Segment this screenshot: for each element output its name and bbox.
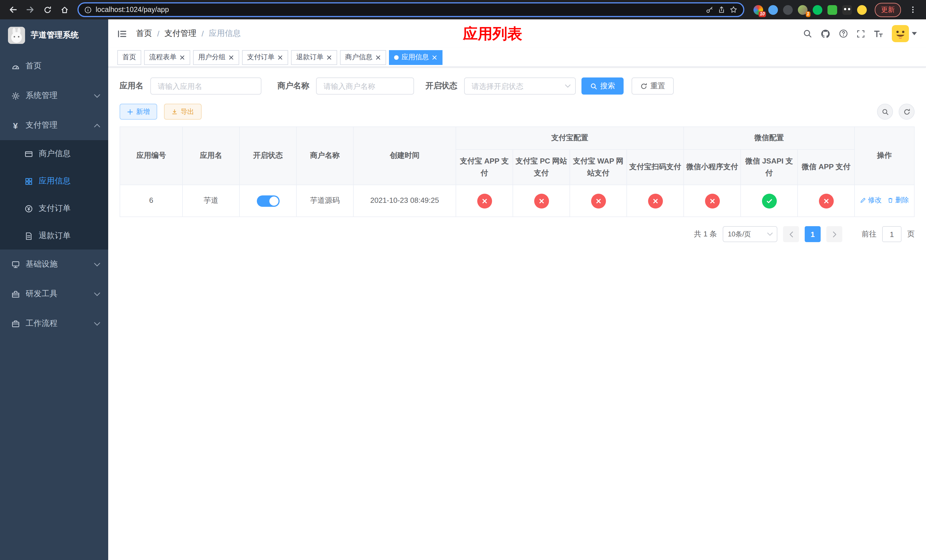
status-select[interactable]	[464, 77, 576, 95]
merchant-name-input[interactable]	[316, 77, 414, 95]
site-info-icon[interactable]	[84, 6, 92, 14]
app-name-input[interactable]	[150, 77, 262, 95]
sidebar-item-home[interactable]: 首页	[0, 51, 108, 81]
home-icon[interactable]	[57, 2, 72, 17]
browser-menu-icon[interactable]	[905, 2, 920, 17]
toggle-search-button[interactable]	[877, 104, 893, 120]
monitor-icon	[11, 260, 20, 269]
grid-extension-icon[interactable]: 10	[754, 5, 763, 15]
next-page-button[interactable]	[826, 226, 842, 242]
col-header-wechat-app: 微信 APP 支付	[797, 150, 855, 185]
refresh-table-button[interactable]	[899, 104, 915, 120]
sidebar-item-payment[interactable]: ¥ 支付管理	[0, 110, 108, 140]
tab-label: 支付订单	[247, 52, 274, 62]
sidebar-item-refund-order[interactable]: 退款订单	[0, 222, 108, 250]
sidebar-item-infrastructure[interactable]: 基础设施	[0, 250, 108, 279]
add-button[interactable]: 新增	[120, 104, 157, 120]
tab-app-info[interactable]: 应用信息	[389, 50, 442, 65]
share-icon[interactable]	[717, 6, 726, 14]
user-menu[interactable]	[892, 25, 917, 42]
cell-status	[239, 185, 297, 217]
tab-home[interactable]: 首页	[117, 50, 141, 65]
password-key-icon[interactable]	[706, 6, 714, 14]
tab-merchant-info[interactable]: 商户信息	[340, 50, 386, 65]
chrome-update-button[interactable]: 更新	[875, 3, 901, 17]
sidebar-item-label: 系统管理	[26, 91, 57, 101]
tab-refund-order[interactable]: 退款订单	[291, 50, 337, 65]
bookmark-star-icon[interactable]	[729, 6, 737, 14]
sidebar-item-system[interactable]: 系统管理	[0, 81, 108, 110]
address-bar[interactable]: localhost:1024/pay/app	[77, 2, 744, 17]
tab-user-group[interactable]: 用户分组	[193, 50, 239, 65]
goto-page-input[interactable]	[882, 226, 902, 242]
sidebar-item-label: 基础设施	[26, 259, 57, 269]
sidebar-item-label: 商户信息	[39, 149, 71, 159]
delete-link[interactable]: 删除	[887, 195, 909, 205]
search-button[interactable]: 搜索	[581, 77, 623, 95]
col-header-alipay-qr: 支付宝扫码支付	[627, 150, 684, 185]
dark-extension-icon[interactable]	[783, 5, 793, 15]
close-icon[interactable]	[179, 54, 185, 60]
chevron-up-icon	[94, 123, 100, 127]
breadcrumb-home[interactable]: 首页	[136, 29, 152, 39]
sidebar: 芋道管理系统 首页 系统管理 ¥ 支付管理	[0, 20, 108, 560]
caret-down-icon	[912, 32, 917, 35]
blue-extension-icon[interactable]	[768, 5, 778, 15]
sidebar-item-app-info[interactable]: 应用信息	[0, 168, 108, 195]
reload-icon[interactable]	[40, 2, 54, 17]
close-icon[interactable]	[375, 54, 381, 60]
user-avatar[interactable]	[892, 25, 909, 42]
col-group-wechat: 微信配置	[684, 127, 855, 150]
sidebar-item-pay-order[interactable]: 支付订单	[0, 195, 108, 222]
fullscreen-icon[interactable]	[856, 29, 865, 38]
tab-label: 首页	[123, 52, 136, 62]
font-size-icon[interactable]	[874, 30, 883, 37]
col-header-create-time: 创建时间	[353, 127, 456, 185]
app-grid-icon	[24, 177, 33, 185]
export-button-label: 导出	[180, 107, 194, 117]
search-icon[interactable]	[803, 29, 812, 38]
sidebar-item-workflow[interactable]: 工作流程	[0, 309, 108, 338]
sidebar-collapse-icon[interactable]	[117, 29, 127, 38]
tampermonkey-extension-icon[interactable]	[842, 5, 852, 15]
page-number-1[interactable]: 1	[805, 226, 821, 242]
alipay-app-status	[477, 194, 492, 208]
url-text[interactable]: localhost:1024/pay/app	[96, 6, 702, 14]
col-header-status: 开启状态	[239, 127, 297, 185]
alipay-wap-status	[591, 194, 606, 208]
table-toolbar: 新增 导出	[120, 104, 915, 120]
github-icon[interactable]	[821, 29, 830, 38]
close-icon[interactable]	[228, 54, 234, 60]
forward-icon[interactable]	[23, 2, 38, 17]
edit-link-label: 修改	[868, 195, 882, 205]
tab-process-form[interactable]: 流程表单	[144, 50, 190, 65]
back-icon[interactable]	[6, 2, 21, 17]
wechat-devtools-extension-icon[interactable]	[813, 5, 822, 15]
reset-button[interactable]: 重置	[632, 77, 674, 95]
col-header-alipay-pc: 支付宝 PC 网站支付	[513, 150, 570, 185]
chat-extension-icon[interactable]	[828, 5, 837, 15]
breadcrumb-payment[interactable]: 支付管理	[165, 29, 197, 39]
breadcrumb: 首页 / 支付管理 / 应用信息	[136, 29, 241, 39]
close-icon[interactable]	[326, 54, 332, 60]
edit-link[interactable]: 修改	[860, 195, 882, 205]
avatar-extension-icon[interactable]: 1	[798, 5, 808, 15]
alipay-pc-status	[534, 194, 549, 208]
sidebar-item-label: 工作流程	[26, 318, 57, 329]
refund-doc-icon	[24, 232, 33, 240]
close-icon[interactable]	[432, 54, 437, 60]
help-icon[interactable]	[839, 29, 848, 38]
status-toggle[interactable]	[257, 195, 279, 207]
export-button[interactable]: 导出	[164, 104, 201, 120]
close-icon[interactable]	[277, 54, 283, 60]
sidebar-item-merchant-info[interactable]: 商户信息	[0, 140, 108, 168]
search-button-label: 搜索	[600, 81, 615, 91]
tab-pay-order[interactable]: 支付订单	[242, 50, 288, 65]
prev-page-button[interactable]	[783, 226, 799, 242]
emoji-extension-icon[interactable]	[857, 5, 867, 15]
sidebar-item-devtools[interactable]: 研发工具	[0, 279, 108, 309]
page-size-select[interactable]	[723, 226, 777, 242]
status-select-input[interactable]	[464, 77, 576, 95]
add-button-label: 新增	[136, 107, 150, 117]
sidebar-item-label: 支付订单	[39, 203, 71, 213]
